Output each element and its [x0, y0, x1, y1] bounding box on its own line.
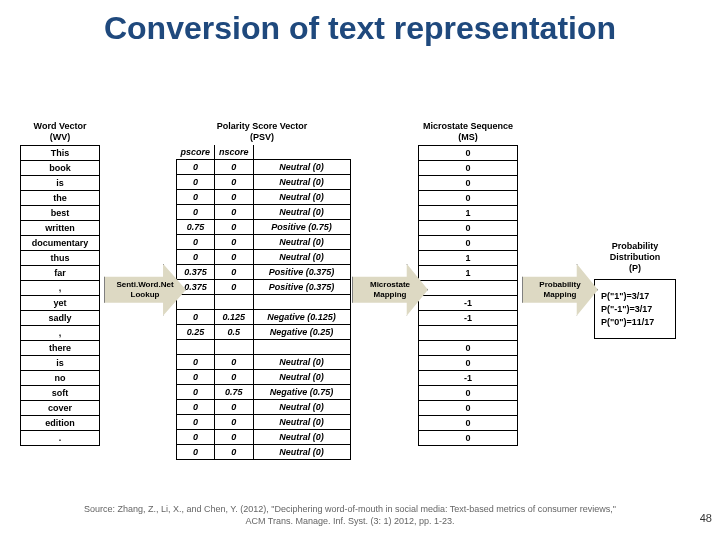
table-row: 1: [419, 250, 518, 265]
table-row: 00Neutral (0): [177, 444, 351, 459]
nscore-cell: 0: [215, 204, 254, 219]
pscore-cell: [177, 294, 215, 309]
table-row: 00Neutral (0): [177, 369, 351, 384]
pscore-cell: 0: [177, 309, 215, 324]
wv-cell: is: [21, 355, 100, 370]
wv-cell: best: [21, 205, 100, 220]
table-row: 1: [419, 265, 518, 280]
table-row: the: [21, 190, 100, 205]
nscore-cell: 0: [215, 249, 254, 264]
ms-cell: [419, 325, 518, 340]
table-row: 00Neutral (0): [177, 204, 351, 219]
pscore-cell: 0: [177, 189, 215, 204]
table-row: documentary: [21, 235, 100, 250]
table-row: 00Neutral (0): [177, 174, 351, 189]
wv-cell: book: [21, 160, 100, 175]
pscore-cell: 0: [177, 159, 215, 174]
nscore-cell: 0: [215, 444, 254, 459]
table-row: edition: [21, 415, 100, 430]
table-row: 0: [419, 430, 518, 445]
pscore-cell: 0.375: [177, 264, 215, 279]
pscore-cell: 0.25: [177, 324, 215, 339]
arrow3-label: Probability Mapping: [529, 280, 591, 299]
table-row: 0: [419, 340, 518, 355]
table-row: 0.3750Positive (0.375): [177, 264, 351, 279]
polarity-score-table: pscorenscore 00Neutral (0)00Neutral (0)0…: [176, 145, 351, 460]
wv-cell: is: [21, 175, 100, 190]
table-row: best: [21, 205, 100, 220]
table-row: 00.125Negative (0.125): [177, 309, 351, 324]
source-citation: Source: Zhang, Z., Li, X., and Chen, Y. …: [40, 503, 660, 528]
table-row: 0.750Positive (0.75): [177, 219, 351, 234]
polarity-label-cell: Neutral (0): [253, 249, 350, 264]
nscore-cell: 0: [215, 264, 254, 279]
table-row: 0: [419, 400, 518, 415]
wv-cell: ,: [21, 280, 100, 295]
ms-cell: -1: [419, 295, 518, 310]
table-row: book: [21, 160, 100, 175]
prob-header2: Distribution: [610, 252, 661, 262]
table-row: 0: [419, 415, 518, 430]
table-row: written: [21, 220, 100, 235]
table-header-row: pscorenscore: [177, 145, 351, 160]
wv-cell: the: [21, 190, 100, 205]
microstate-table: 000010011-1-100-10000: [418, 145, 518, 446]
arrow2-label: Microstate Mapping: [359, 280, 421, 299]
pscore-cell: 0: [177, 174, 215, 189]
table-row: ,: [21, 280, 100, 295]
nscore-cell: 0.75: [215, 384, 254, 399]
wv-cell: documentary: [21, 235, 100, 250]
table-row: [419, 325, 518, 340]
polarity-label-cell: Positive (0.75): [253, 219, 350, 234]
wv-header1: Word Vector: [34, 121, 87, 131]
table-row: thus: [21, 250, 100, 265]
polarity-label-cell: Neutral (0): [253, 204, 350, 219]
polarity-label-cell: Neutral (0): [253, 429, 350, 444]
nscore-cell: 0: [215, 234, 254, 249]
arrow-sentiwordnet: Senti.Word.Net Lookup: [104, 264, 172, 316]
prob-line: P("1")=3/17: [601, 291, 669, 301]
table-row: -1: [419, 295, 518, 310]
nscore-cell: 0: [215, 369, 254, 384]
polarity-label-cell: Neutral (0): [253, 399, 350, 414]
pscore-cell: 0.75: [177, 219, 215, 234]
polarity-label-cell: Neutral (0): [253, 159, 350, 174]
table-row: 0: [419, 235, 518, 250]
ms-cell: 0: [419, 340, 518, 355]
pscore-cell: 0: [177, 444, 215, 459]
table-row: 0: [419, 385, 518, 400]
pscore-cell: 0: [177, 414, 215, 429]
ms-header1: Microstate Sequence: [423, 121, 513, 131]
wv-cell: ,: [21, 325, 100, 340]
prob-header3: (P): [629, 263, 641, 273]
nscore-cell: [215, 294, 254, 309]
table-row: there: [21, 340, 100, 355]
table-row: 00Neutral (0): [177, 189, 351, 204]
table-row: 0: [419, 220, 518, 235]
table-row: 00Neutral (0): [177, 429, 351, 444]
polarity-label-cell: Neutral (0): [253, 234, 350, 249]
word-vector-table: Thisbookisthebestwrittendocumentarythusf…: [20, 145, 100, 446]
wv-cell: soft: [21, 385, 100, 400]
ms-cell: 0: [419, 145, 518, 160]
table-row: -1: [419, 310, 518, 325]
wv-cell: far: [21, 265, 100, 280]
arrow1-label: Senti.Word.Net Lookup: [111, 280, 179, 299]
source-line1: Source: Zhang, Z., Li, X., and Chen, Y. …: [84, 504, 616, 514]
polarity-label-cell: Positive (0.375): [253, 264, 350, 279]
nscore-cell: 0: [215, 159, 254, 174]
table-row: 0: [419, 145, 518, 160]
wv-cell: written: [21, 220, 100, 235]
slide-title: Conversion of text representation: [0, 10, 720, 47]
ms-cell: 0: [419, 160, 518, 175]
ms-cell: -1: [419, 370, 518, 385]
nscore-cell: 0: [215, 429, 254, 444]
table-row: 00Neutral (0): [177, 354, 351, 369]
arrow-probability: Probability Mapping: [522, 264, 584, 316]
polarity-label-cell: [253, 339, 350, 354]
ms-cell: 0: [419, 430, 518, 445]
ms-cell: 0: [419, 415, 518, 430]
probability-values: P("1")=3/17P("-1")=3/17P("0")=11/17: [594, 279, 676, 339]
ms-header2: (MS): [458, 132, 478, 142]
table-row: This: [21, 145, 100, 160]
